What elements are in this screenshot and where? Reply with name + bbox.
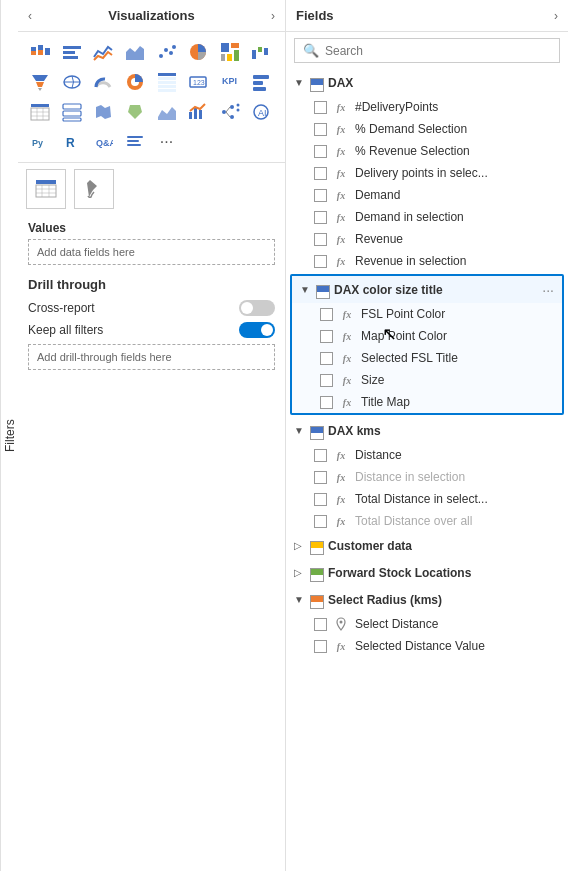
viz-icon-scatter[interactable] bbox=[153, 38, 181, 66]
group-customer-data-header[interactable]: ▷ Customer data bbox=[286, 532, 568, 559]
group-select-radius-name: Select Radius (kms) bbox=[328, 593, 442, 607]
viz-icon-gauge[interactable] bbox=[89, 68, 117, 96]
field-checkbox[interactable] bbox=[314, 101, 327, 114]
field-type-sigma: fx bbox=[339, 306, 355, 322]
field-checkbox[interactable] bbox=[314, 493, 327, 506]
field-checkbox[interactable] bbox=[314, 471, 327, 484]
group-select-radius-chevron: ▼ bbox=[294, 594, 306, 605]
viz-icon-smart-narrative[interactable] bbox=[121, 128, 149, 156]
field-checkbox[interactable] bbox=[314, 233, 327, 246]
field-checkbox[interactable] bbox=[314, 189, 327, 202]
field-checkbox[interactable] bbox=[314, 145, 327, 158]
viz-prev-arrow[interactable]: ‹ bbox=[28, 9, 32, 23]
group-select-radius-header[interactable]: ▼ Select Radius (kms) bbox=[286, 586, 568, 613]
svg-point-9 bbox=[159, 54, 163, 58]
field-checkbox[interactable] bbox=[314, 123, 327, 136]
format-icon-brush[interactable] bbox=[74, 169, 114, 209]
viz-icon-slicer[interactable] bbox=[247, 68, 275, 96]
viz-icon-funnel[interactable] bbox=[26, 68, 54, 96]
list-item[interactable]: fx Map Point Color ↖ bbox=[292, 325, 562, 347]
viz-icon-donut[interactable] bbox=[121, 68, 149, 96]
list-item[interactable]: fx % Revenue Selection bbox=[286, 140, 568, 162]
field-type-sigma: fx bbox=[333, 99, 349, 115]
viz-icon-pie[interactable] bbox=[184, 38, 212, 66]
list-item[interactable]: fx Size bbox=[292, 369, 562, 391]
format-icon-fields[interactable] bbox=[26, 169, 66, 209]
viz-icon-ai-insights[interactable]: AI bbox=[247, 98, 275, 126]
svg-rect-1 bbox=[31, 51, 36, 55]
list-item[interactable]: fx Total Distance over all bbox=[286, 510, 568, 532]
list-item[interactable]: fx Total Distance in select... bbox=[286, 488, 568, 510]
group-select-radius: ▼ Select Radius (kms) Select Distance fx bbox=[286, 586, 568, 657]
list-item[interactable]: fx Distance bbox=[286, 444, 568, 466]
viz-icon-decomp-tree[interactable] bbox=[216, 98, 244, 126]
viz-icon-multi-row-card[interactable] bbox=[58, 98, 86, 126]
cross-report-toggle[interactable] bbox=[239, 300, 275, 316]
viz-icon-kpi[interactable]: KPI bbox=[216, 68, 244, 96]
svg-text:AI: AI bbox=[258, 108, 267, 118]
list-item[interactable]: fx Title Map bbox=[292, 391, 562, 413]
group-dax-color-icon bbox=[316, 280, 330, 299]
group-dax-color-header[interactable]: ▼ DAX color size title ··· bbox=[292, 276, 562, 303]
viz-icon-filled-map[interactable] bbox=[89, 98, 117, 126]
group-dax-color-more[interactable]: ··· bbox=[542, 282, 554, 298]
group-dax-kms-header[interactable]: ▼ DAX kms bbox=[286, 417, 568, 444]
field-checkbox[interactable] bbox=[320, 374, 333, 387]
field-checkbox[interactable] bbox=[314, 618, 327, 631]
list-item[interactable]: fx Demand in selection bbox=[286, 206, 568, 228]
field-checkbox[interactable] bbox=[320, 352, 333, 365]
list-item[interactable]: fx FSL P ​oint Color bbox=[292, 303, 562, 325]
field-checkbox[interactable] bbox=[320, 330, 333, 343]
viz-icon-card[interactable]: 123 bbox=[184, 68, 212, 96]
svg-rect-6 bbox=[63, 51, 75, 54]
filters-tab[interactable]: Filters bbox=[0, 0, 18, 871]
viz-icon-r-visual[interactable]: R bbox=[58, 128, 86, 156]
viz-icon-bar[interactable] bbox=[58, 38, 86, 66]
viz-icon-treemap[interactable] bbox=[216, 38, 244, 66]
list-item[interactable]: Select Distance bbox=[286, 613, 568, 635]
field-checkbox[interactable] bbox=[320, 308, 333, 321]
group-dax-header[interactable]: ▼ DAX bbox=[286, 69, 568, 96]
field-checkbox[interactable] bbox=[314, 449, 327, 462]
field-checkbox[interactable] bbox=[314, 255, 327, 268]
viz-icon-waterfall[interactable] bbox=[247, 38, 275, 66]
viz-icon-ribbon[interactable] bbox=[153, 98, 181, 126]
field-checkbox[interactable] bbox=[314, 640, 327, 653]
keep-filters-toggle[interactable] bbox=[239, 322, 275, 338]
list-item[interactable]: fx Distance in selection bbox=[286, 466, 568, 488]
viz-next-arrow[interactable]: › bbox=[271, 9, 275, 23]
list-item[interactable]: fx Delivery points in selec... bbox=[286, 162, 568, 184]
field-checkbox[interactable] bbox=[314, 167, 327, 180]
search-box[interactable]: 🔍 bbox=[294, 38, 560, 63]
values-label: Values bbox=[28, 221, 275, 235]
viz-icon-qa[interactable]: Q&A bbox=[89, 128, 117, 156]
add-drillthrough-fields-box[interactable]: Add drill-through fields here bbox=[28, 344, 275, 370]
fields-next-arrow[interactable]: › bbox=[554, 9, 558, 23]
field-checkbox[interactable] bbox=[314, 515, 327, 528]
add-data-fields-box[interactable]: Add data fields here bbox=[28, 239, 275, 265]
field-checkbox[interactable] bbox=[314, 211, 327, 224]
list-item[interactable]: fx Selected Distance Value bbox=[286, 635, 568, 657]
viz-icon-area[interactable] bbox=[121, 38, 149, 66]
group-fsl-header[interactable]: ▷ Forward Stock Locations bbox=[286, 559, 568, 586]
list-item[interactable]: fx Selected FSL Title bbox=[292, 347, 562, 369]
viz-icon-more[interactable]: ··· bbox=[153, 128, 181, 156]
list-item[interactable]: fx % Demand Selection bbox=[286, 118, 568, 140]
viz-icon-stacked-bar[interactable] bbox=[26, 38, 54, 66]
list-item[interactable]: fx Revenue in selection bbox=[286, 250, 568, 272]
field-name: Title Map bbox=[361, 395, 410, 409]
viz-icon-python[interactable]: Py bbox=[26, 128, 54, 156]
viz-icon-combo[interactable] bbox=[184, 98, 212, 126]
viz-icon-map[interactable] bbox=[58, 68, 86, 96]
viz-icon-shape-map[interactable] bbox=[121, 98, 149, 126]
group-dax-chevron: ▼ bbox=[294, 77, 306, 88]
viz-icon-matrix[interactable] bbox=[153, 68, 181, 96]
list-item[interactable]: fx Demand bbox=[286, 184, 568, 206]
svg-rect-30 bbox=[158, 77, 176, 80]
search-input[interactable] bbox=[325, 44, 551, 58]
viz-icon-table[interactable] bbox=[26, 98, 54, 126]
viz-icon-line[interactable] bbox=[89, 38, 117, 66]
list-item[interactable]: fx #DeliveryPoints bbox=[286, 96, 568, 118]
field-checkbox[interactable] bbox=[320, 396, 333, 409]
list-item[interactable]: fx Revenue bbox=[286, 228, 568, 250]
